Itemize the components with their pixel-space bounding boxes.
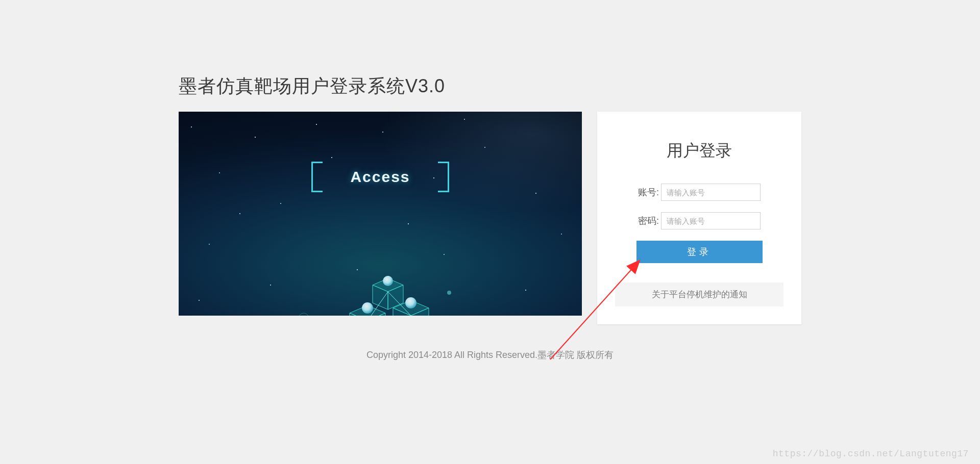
svg-point-13 <box>383 276 393 286</box>
bracket-right-icon <box>438 162 449 192</box>
login-panel: 用户登录 账号: 密码: 登录 关于平台停机维护的通知 <box>597 112 801 324</box>
footer-copyright: Copyright 2014-2018 All Rights Reserved.… <box>179 349 801 361</box>
access-caption: Access <box>350 168 410 186</box>
username-row: 账号: <box>615 184 783 201</box>
bracket-left-icon <box>311 162 323 192</box>
username-label: 账号: <box>638 186 659 198</box>
platform-graphic <box>273 257 487 316</box>
watermark-text: https://blog.csdn.net/Langtuteng17 <box>773 449 969 459</box>
login-heading: 用户登录 <box>615 140 783 162</box>
password-label: 密码: <box>638 215 659 227</box>
svg-point-18 <box>299 313 309 316</box>
page-title: 墨者仿真靶场用户登录系统V3.0 <box>179 74 801 99</box>
password-row: 密码: <box>615 212 783 229</box>
username-input[interactable] <box>661 184 761 201</box>
svg-point-9 <box>405 297 416 308</box>
password-input[interactable] <box>661 212 761 229</box>
svg-point-5 <box>362 302 373 314</box>
access-frame: Access <box>311 162 449 192</box>
hero-image: Access <box>179 112 582 316</box>
maintenance-notice-link[interactable]: 关于平台停机维护的通知 <box>615 282 783 306</box>
page-container: 墨者仿真靶场用户登录系统V3.0 Access <box>179 0 801 361</box>
content-row: Access <box>179 112 801 324</box>
login-button[interactable]: 登录 <box>636 241 763 263</box>
svg-point-19 <box>447 291 451 295</box>
